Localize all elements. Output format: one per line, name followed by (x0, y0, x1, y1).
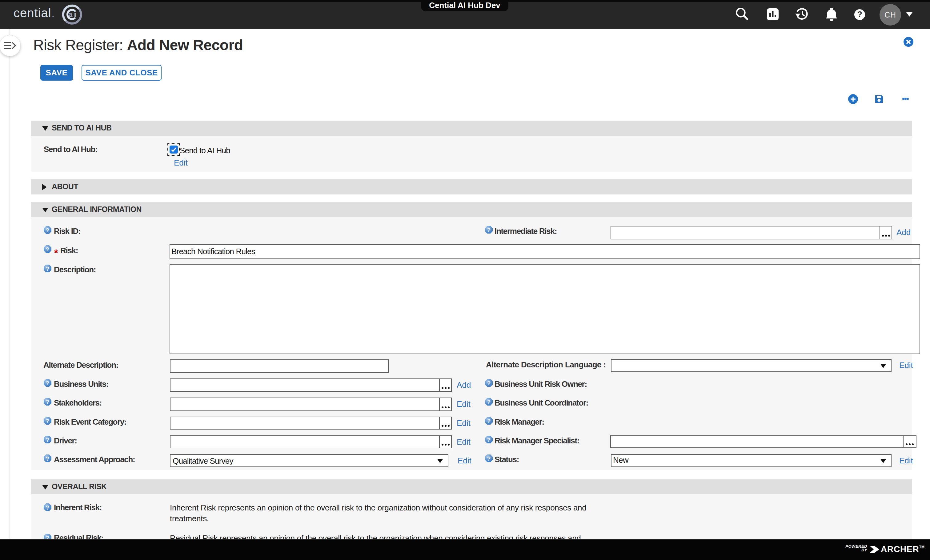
svg-text:a: a (69, 11, 72, 18)
svg-text:i: i (74, 11, 76, 18)
